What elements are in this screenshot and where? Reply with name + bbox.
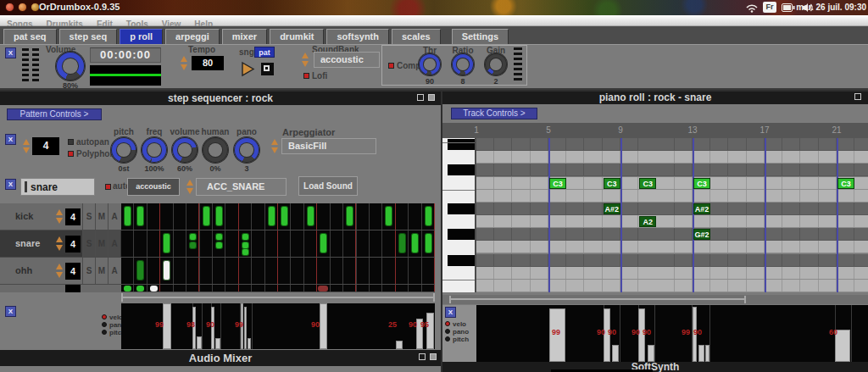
piano-black-key[interactable]	[448, 139, 475, 150]
velocity-bar[interactable]	[426, 313, 434, 349]
step-note[interactable]	[318, 286, 328, 291]
track-s-button[interactable]: S	[82, 258, 95, 284]
piano-roll-row-G2[interactable]	[476, 241, 868, 253]
stop-button[interactable]	[261, 63, 274, 75]
tab-softsynth[interactable]: softsynth	[326, 29, 389, 45]
step-note[interactable]	[320, 233, 327, 253]
close-toolbar-button[interactable]: X	[5, 47, 16, 58]
step-note[interactable]	[163, 260, 170, 280]
tab-arpeggi[interactable]: arpeggi	[165, 29, 220, 45]
window-restore-icon[interactable]	[854, 93, 861, 100]
keyboard-layout-indicator[interactable]: Fr	[763, 2, 776, 13]
window-maximize-icon[interactable]	[428, 94, 435, 101]
piano-roll-row-E2[interactable]	[476, 280, 868, 292]
lofi-checkbox[interactable]	[303, 73, 309, 79]
tab-scales[interactable]: scales	[392, 29, 441, 45]
step-grid-row[interactable]	[121, 203, 435, 230]
piano-black-key[interactable]	[448, 229, 475, 240]
piano-roll-row-Fs2[interactable]	[476, 254, 868, 267]
step-note[interactable]	[136, 260, 144, 280]
piano-black-key[interactable]	[448, 203, 475, 214]
pattern-count-stepper[interactable]	[23, 139, 31, 153]
track-count-value[interactable]: 4	[65, 208, 81, 225]
track-count-stepper[interactable]	[56, 236, 64, 251]
arpeggiator-stepper[interactable]	[271, 139, 279, 153]
step-note[interactable]	[136, 286, 144, 291]
step-note[interactable]	[425, 233, 432, 253]
velocity-bar[interactable]	[197, 336, 202, 349]
track-m-button[interactable]: M	[95, 230, 108, 257]
track-a-button[interactable]: A	[108, 258, 120, 284]
pat-mode-button[interactable]: pat	[254, 47, 275, 58]
sample-stepper[interactable]	[186, 180, 194, 194]
track-s-button[interactable]: S	[82, 230, 95, 257]
piano-roll-note[interactable]: A#2	[693, 203, 710, 214]
velocity-bar[interactable]	[648, 345, 654, 362]
song-progress-bar[interactable]	[90, 65, 161, 86]
velocity-bar[interactable]	[244, 307, 247, 349]
step-grid-row[interactable]	[121, 258, 435, 285]
track-count-value[interactable]: 4	[65, 263, 81, 280]
tempo-stepper[interactable]	[181, 56, 188, 70]
step-note[interactable]	[242, 233, 249, 241]
velocity-bar[interactable]	[320, 303, 327, 349]
tab-settings[interactable]: Settings	[452, 29, 509, 45]
window-maximize-icon[interactable]	[430, 353, 437, 360]
step-note[interactable]	[150, 286, 158, 291]
piano-roll-row-B2[interactable]	[476, 190, 868, 203]
auto-checkbox[interactable]	[105, 184, 111, 190]
velocity-bar[interactable]	[215, 338, 220, 349]
play-button[interactable]	[240, 61, 255, 77]
arpeggiator-value[interactable]: BasicFill	[281, 138, 376, 154]
piano-roll-note[interactable]: C3	[837, 178, 854, 189]
window-restore-icon[interactable]	[417, 94, 424, 101]
sng-label[interactable]: sng	[239, 47, 254, 57]
step-note[interactable]	[124, 206, 131, 226]
step-grid-row[interactable]	[121, 230, 435, 258]
tab-mixer[interactable]: mixer	[222, 29, 267, 45]
velocity-bar[interactable]	[612, 345, 619, 362]
soundbank-value[interactable]: accoustic	[314, 52, 380, 68]
track-a-button[interactable]: A	[108, 203, 120, 230]
radio-pitch[interactable]	[102, 330, 107, 335]
tempo-value[interactable]: 80	[192, 56, 224, 70]
piano-roll-row-As2[interactable]	[476, 203, 868, 215]
piano-roll-row-Gs2[interactable]	[476, 228, 868, 241]
piano-roll-row-Ds3[interactable]	[476, 138, 868, 151]
radio-pitch[interactable]	[445, 336, 450, 341]
close-velocity-button[interactable]: X	[5, 306, 16, 317]
network-icon[interactable]	[746, 3, 758, 13]
track-count-stepper[interactable]	[56, 209, 64, 224]
piano-roll-note[interactable]: C3	[639, 178, 656, 189]
piano-roll-note[interactable]: A#2	[604, 203, 620, 214]
close-velocity-button[interactable]: X	[445, 307, 456, 318]
comp-checkbox[interactable]	[388, 63, 394, 69]
track-m-button[interactable]: M	[95, 203, 108, 230]
polyphonic-checkbox[interactable]	[68, 151, 74, 157]
piano-roll-row-D3[interactable]	[476, 151, 868, 164]
step-note[interactable]	[203, 206, 210, 226]
track-name-input[interactable]: snare	[20, 178, 95, 196]
clock[interactable]: mar. 26 juil. 09:30	[796, 3, 866, 12]
piano-black-key[interactable]	[448, 255, 475, 266]
track-count-stepper[interactable]	[56, 264, 64, 278]
step-note[interactable]	[215, 206, 223, 226]
step-note[interactable]	[268, 206, 275, 226]
step-note[interactable]	[281, 206, 288, 226]
step-note[interactable]	[189, 233, 197, 241]
piano-roll-note[interactable]: G#2	[693, 229, 710, 240]
velocity-bar[interactable]	[248, 338, 251, 349]
radio-pano[interactable]	[102, 322, 107, 327]
track-s-button[interactable]: S	[82, 203, 95, 230]
radio-velo[interactable]	[102, 314, 107, 319]
piano-roll-ruler[interactable]	[442, 123, 868, 138]
step-note[interactable]	[411, 233, 419, 253]
step-note[interactable]	[346, 206, 353, 226]
step-note[interactable]	[163, 233, 170, 253]
track-controls-button[interactable]: Track Controls >	[451, 108, 537, 119]
step-grid-row-partial[interactable]	[121, 285, 435, 292]
tab-pat-seq[interactable]: pat seq	[3, 29, 57, 45]
step-grid-scrollbar[interactable]	[121, 293, 435, 302]
piano-roll-row-Cs3[interactable]	[476, 164, 868, 176]
pattern-controls-button[interactable]: Pattern Controls >	[7, 108, 102, 120]
